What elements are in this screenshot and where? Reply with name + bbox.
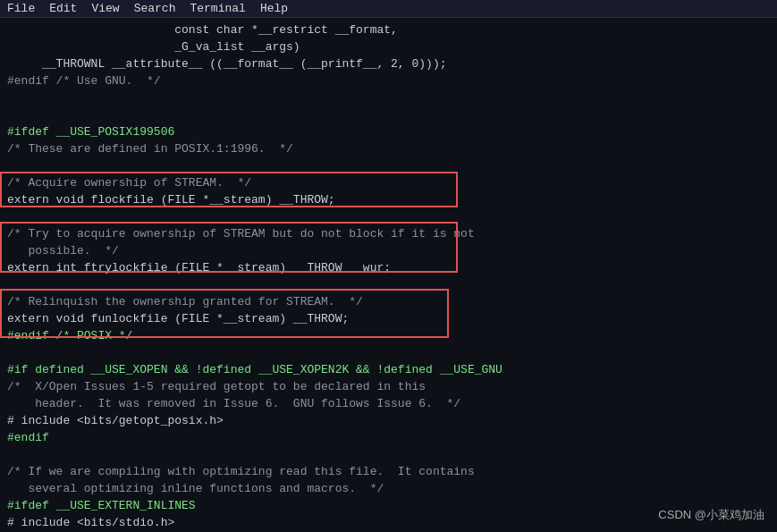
- code-line: extern int ftrylockfile (FILE *__stream)…: [7, 259, 770, 276]
- code-line: [7, 446, 770, 463]
- code-line: /* X/Open Issues 1-5 required getopt to …: [7, 378, 770, 395]
- code-line: #endif /* POSIX */: [7, 327, 770, 344]
- menu-bar: File Edit View Search Terminal Help: [0, 0, 777, 18]
- code-line: extern void funlockfile (FILE *__stream)…: [7, 310, 770, 327]
- code-line: [7, 157, 770, 174]
- code-line: [7, 208, 770, 225]
- code-line: [7, 344, 770, 361]
- code-line: /* Try to acquire ownership of STREAM bu…: [7, 225, 770, 242]
- code-line: #ifdef __USE_POSIX199506: [7, 123, 770, 140]
- menu-edit[interactable]: Edit: [49, 2, 77, 15]
- code-line: several optimizing inline functions and …: [7, 480, 770, 497]
- code-line: extern void flockfile (FILE *__stream) _…: [7, 191, 770, 208]
- code-line: /* These are defined in POSIX.1:1996. */: [7, 140, 770, 157]
- code-line: #endif: [7, 429, 770, 446]
- code-line: /* Acquire ownership of STREAM. */: [7, 174, 770, 191]
- menu-terminal[interactable]: Terminal: [190, 2, 245, 15]
- watermark: CSDN @小菜鸡加油: [653, 504, 770, 526]
- code-line: header. It was removed in Issue 6. GNU f…: [7, 395, 770, 412]
- code-line: possible. */: [7, 242, 770, 259]
- code-line: #if defined __USE_XOPEN && !defined __US…: [7, 361, 770, 378]
- code-line: [7, 276, 770, 293]
- code-line: [7, 89, 770, 106]
- menu-search[interactable]: Search: [134, 2, 176, 15]
- code-line: /* Relinquish the ownership granted for …: [7, 293, 770, 310]
- code-line: const char *__restrict __format,: [7, 21, 770, 38]
- code-line: /* If we are compiling with optimizing r…: [7, 463, 770, 480]
- code-line: [7, 106, 770, 123]
- code-line: # include <bits/getopt_posix.h>: [7, 412, 770, 429]
- code-line: __THROWNL __attribute__ ((__format__ (__…: [7, 55, 770, 72]
- code-line: _G_va_list __args): [7, 38, 770, 55]
- menu-file[interactable]: File: [7, 2, 35, 15]
- menu-help[interactable]: Help: [260, 2, 288, 15]
- menu-view[interactable]: View: [91, 2, 119, 15]
- code-line: #endif /* Use GNU. */: [7, 72, 770, 89]
- code-editor: const char *__restrict __format, _G_va_l…: [0, 18, 777, 532]
